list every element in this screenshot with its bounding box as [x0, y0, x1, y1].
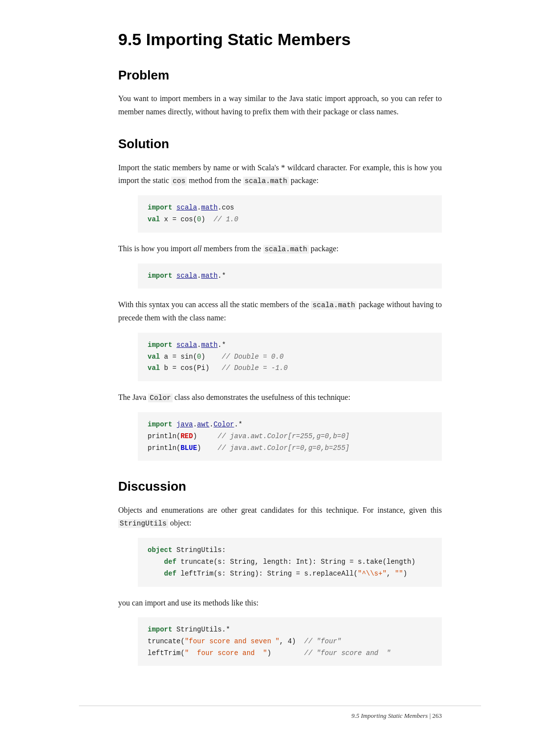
inline-code-cos: cos — [171, 177, 187, 185]
discussion-paragraph-1: Objects and enumerations are other great… — [118, 504, 442, 530]
code-block-4: import java.awt.Color.* println(RED) // … — [138, 412, 442, 461]
page-container: 9.5 Importing Static Members Problem You… — [79, 0, 481, 736]
code-block-3: import scala.math.* val a = sin(0) // Do… — [138, 333, 442, 381]
chapter-title: 9.5 Importing Static Members — [118, 29, 442, 50]
code-block-5: object StringUtils: def truncate(s: Stri… — [138, 538, 442, 586]
section-heading-solution: Solution — [118, 134, 442, 155]
inline-code-color: Color — [148, 394, 173, 402]
solution-paragraph-4: The Java Color class also demonstrates t… — [118, 391, 442, 404]
solution-paragraph-2: This is how you import all members from … — [118, 242, 442, 256]
discussion-paragraph-2: you can import and use its methods like … — [118, 597, 442, 609]
italic-all: all — [193, 244, 202, 253]
inline-code-scalamath3: scala.math — [311, 301, 356, 310]
inline-code-scalamath: scala.math — [243, 177, 289, 185]
section-heading-discussion: Discussion — [118, 476, 442, 497]
section-heading-problem: Problem — [118, 65, 442, 86]
code-block-2: import scala.math.* — [138, 263, 442, 289]
code-block-1: import scala.math.cos val x = cos(0) // … — [138, 195, 442, 233]
inline-code-scalamath2: scala.math — [263, 245, 309, 254]
solution-paragraph-3: With this syntax you can access all the … — [118, 298, 442, 324]
footer-page-number: 263 — [433, 712, 442, 719]
code-block-6: import StringUtils.* truncate("four scor… — [138, 617, 442, 666]
solution-paragraph-1: Import the static members by name or wit… — [118, 161, 442, 187]
footer-title: 9.5 Importing Static Members — [351, 712, 428, 719]
footer-text: 9.5 Importing Static Members | 263 — [351, 711, 442, 721]
problem-paragraph: You want to import members in a way simi… — [118, 92, 442, 118]
footer: 9.5 Importing Static Members | 263 — [79, 706, 481, 721]
inline-code-stringutils: StringUtils — [118, 519, 168, 528]
